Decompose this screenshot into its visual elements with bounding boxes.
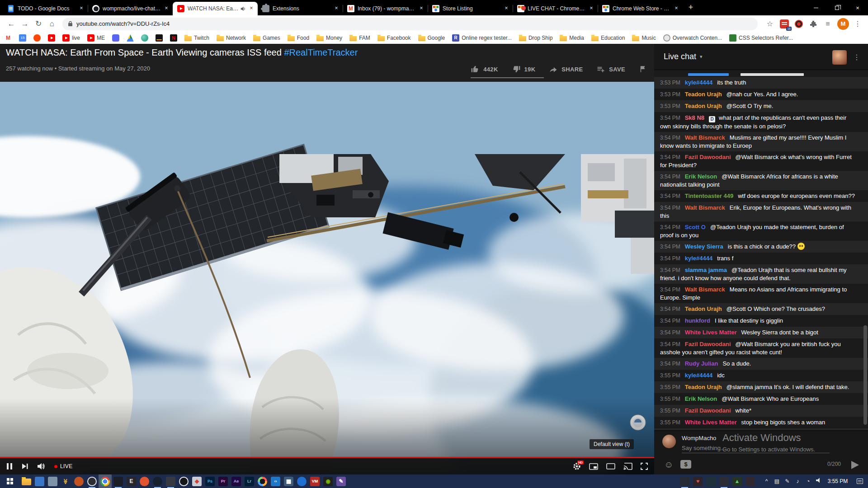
dark-app-3[interactable]	[704, 474, 717, 488]
bookmark-item[interactable]	[48, 34, 55, 42]
bookmark-item[interactable]	[33, 34, 41, 42]
bookmark-item[interactable]	[170, 34, 177, 42]
tab-close-icon[interactable]: ×	[333, 5, 340, 12]
home-button[interactable]: ⌂	[45, 17, 59, 31]
cast-button[interactable]	[623, 463, 632, 470]
bookmark-item[interactable]	[112, 34, 119, 42]
rooster-app[interactable]	[72, 474, 85, 488]
minimize-button[interactable]	[806, 0, 826, 15]
dislike-button[interactable]: 19K	[512, 65, 536, 74]
paint-app[interactable]: ✎	[335, 474, 348, 488]
vscode[interactable]: ‹›	[269, 474, 282, 488]
dark-app-5[interactable]: ▲	[731, 474, 744, 488]
obs-studio[interactable]	[85, 474, 99, 488]
bookmark-item[interactable]: Music	[632, 35, 656, 41]
chat-title-dropdown[interactable]: Live chat ▾	[664, 52, 703, 61]
user-avatar[interactable]	[662, 435, 676, 448]
bookmark-item[interactable]: Money	[316, 35, 342, 41]
miniplayer-button[interactable]	[589, 463, 598, 470]
tab-close-icon[interactable]: ×	[673, 5, 680, 12]
bookmark-item[interactable]: ME	[87, 34, 105, 42]
bookmark-item[interactable]: Google	[418, 35, 445, 41]
bookmark-item[interactable]: Facebook	[377, 35, 411, 41]
pin-orange-app[interactable]	[138, 474, 151, 488]
tab-close-icon[interactable]: ×	[163, 5, 170, 12]
browser-menu-icon[interactable]: ⋮	[852, 18, 863, 30]
profile-avatar[interactable]: M	[837, 18, 849, 30]
chat-input-field[interactable]: Say something...	[682, 445, 726, 451]
browser-tab[interactable]: Store Listing×	[428, 2, 513, 15]
nvidia[interactable]: ◉	[321, 474, 335, 488]
bookmark-item[interactable]	[156, 34, 163, 42]
report-button[interactable]	[639, 65, 647, 73]
discord[interactable]	[164, 474, 177, 488]
lightroom[interactable]: Lr	[243, 474, 256, 488]
adblock-extension-icon[interactable]: 16	[778, 18, 790, 30]
browser-tab[interactable]: Extensions×	[258, 2, 343, 15]
steam[interactable]	[151, 474, 164, 488]
next-button[interactable]	[22, 463, 28, 469]
browser-tab[interactable]: Inbox (79) - wompmacho@×	[343, 2, 428, 15]
tab-close-icon[interactable]: ×	[78, 5, 85, 12]
new-tab-button[interactable]: +	[684, 1, 697, 14]
reload-button[interactable]: ↻	[32, 17, 45, 31]
blue-swirl-app[interactable]	[295, 474, 308, 488]
dark-app-4[interactable]	[717, 474, 731, 488]
browser-tab[interactable]: TODO - Google Docs×	[3, 2, 88, 15]
progress-bar[interactable]	[0, 457, 654, 458]
pin-dark-app[interactable]	[177, 474, 190, 488]
start-button[interactable]	[0, 474, 20, 488]
device-app[interactable]	[33, 474, 46, 488]
browser-tab[interactable]: Chrome Web Store - emote×	[598, 2, 683, 15]
reading-list-icon[interactable]: ≡	[822, 18, 834, 30]
github-desktop[interactable]	[112, 474, 125, 488]
theater-mode-button[interactable]	[606, 463, 615, 469]
chat-menu-icon[interactable]: ⋮	[853, 53, 861, 61]
hashtag-link[interactable]: #RealTimeTracker	[284, 47, 358, 57]
tray-speaker[interactable]	[813, 474, 824, 488]
bookmark-item[interactable]: Media	[560, 35, 584, 41]
address-bar[interactable]: youtube.com/watch?v=DDU-rZs-Ic4	[62, 18, 758, 30]
dark-app-6[interactable]	[744, 474, 757, 488]
file-explorer[interactable]	[20, 474, 33, 488]
voicemeeter[interactable]: VM	[308, 474, 321, 488]
dark-app-2[interactable]: ♥	[691, 474, 704, 488]
bookmark-item[interactable]: Education	[591, 35, 625, 41]
close-button[interactable]: ×	[847, 0, 868, 15]
like-button[interactable]: 442K	[471, 65, 498, 74]
bookmark-item[interactable]: Games	[253, 35, 280, 41]
bookmark-item[interactable]	[19, 34, 26, 42]
emoji-picker-icon[interactable]: ☺	[664, 460, 673, 469]
back-button[interactable]: ←	[5, 17, 18, 31]
tray-display[interactable]: ▤	[772, 474, 782, 488]
pause-button[interactable]	[6, 463, 13, 470]
bookmark-item[interactable]: Twitch	[184, 35, 209, 41]
maximize-button[interactable]	[826, 0, 847, 15]
bookmark-item[interactable]: live	[62, 34, 80, 42]
bookmark-item[interactable]: CSS Selectors Refer...	[729, 34, 793, 42]
clock[interactable]: 3:55 PM	[824, 474, 852, 488]
tray-clock[interactable]: ◔	[803, 474, 813, 488]
system-monitor-app[interactable]	[46, 474, 59, 488]
davinci-resolve[interactable]	[256, 474, 269, 488]
premiere[interactable]: Pr	[217, 474, 230, 488]
save-button[interactable]: SAVE	[596, 65, 625, 74]
bookmark-item[interactable]: Overwatch Conten...	[663, 34, 722, 42]
tab-close-icon[interactable]: ×	[503, 5, 510, 12]
browser-tab[interactable]: WATCH NASA: Earth Fro×	[173, 2, 258, 15]
extensions-puzzle-icon[interactable]	[807, 18, 819, 30]
forward-button[interactable]: →	[18, 17, 32, 31]
bookmark-item[interactable]: Food	[288, 35, 309, 41]
tray-pen[interactable]: ✎	[782, 474, 793, 488]
bookmark-star-icon[interactable]: ☆	[764, 18, 776, 30]
epic-games[interactable]: E	[125, 474, 138, 488]
action-center-button[interactable]	[852, 474, 868, 488]
bookmark-item[interactable]	[141, 34, 148, 42]
browser-tab[interactable]: wompmacho/live-chat: A C×	[88, 2, 173, 15]
bookmark-item[interactable]: Drop Ship	[519, 35, 552, 41]
chrome[interactable]	[99, 474, 112, 488]
bookmark-item[interactable]	[127, 34, 134, 42]
bookmark-item[interactable]: Network	[217, 35, 246, 41]
send-icon[interactable]	[851, 461, 859, 469]
share-button[interactable]: SHARE	[549, 65, 583, 74]
